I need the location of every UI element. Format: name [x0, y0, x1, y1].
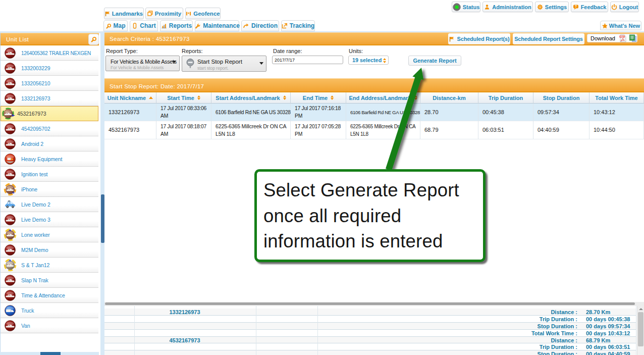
svg-text:PDF: PDF [620, 36, 624, 38]
svg-text:?: ? [575, 5, 577, 8]
